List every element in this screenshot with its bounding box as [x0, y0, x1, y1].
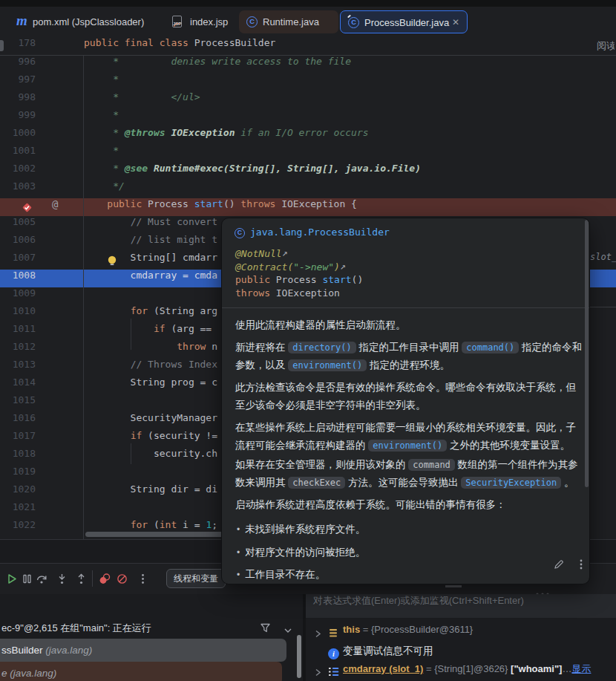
method-separator	[586, 307, 616, 307]
code-token: Process	[142, 198, 194, 209]
tab-label: pom.xml (JspClassloader)	[33, 10, 144, 33]
variable-token: ["whoami"]	[508, 663, 562, 674]
code-chip: checkExec	[288, 477, 345, 489]
variable-text: 变量调试信息不可用	[343, 645, 433, 664]
code-text: String prog = c	[84, 377, 217, 394]
code-chip[interactable]: environment()	[288, 359, 367, 371]
doc-text: 指定的工作目录中调用	[356, 342, 462, 353]
code-token: public	[107, 198, 142, 209]
mute-breakpoints-button[interactable]	[116, 573, 128, 585]
chevron-right-icon[interactable]	[313, 667, 322, 677]
variable-row[interactable]: this = {ProcessBuilder@3611}	[306, 624, 616, 643]
line-number: 997	[1, 74, 36, 91]
line-number: 1002	[1, 163, 36, 180]
frame-list-item[interactable]: ssBuilder (java.lang)	[0, 639, 286, 662]
code-chip[interactable]: environment()	[368, 440, 447, 452]
tab-index[interactable]: JSPindex.jsp	[166, 10, 227, 33]
code-token: IOException	[270, 287, 340, 299]
code-token: (	[148, 519, 160, 530]
thread-label: ec-9"@2,615 在组"main": 正在运行	[1, 618, 254, 638]
watch-input-row[interactable]: 对表达式求值(Enter)或添加监视(Ctrl+Shift+Enter)	[306, 594, 616, 618]
code-token	[148, 163, 154, 174]
code-text: SecurityManager	[84, 412, 217, 430]
chevron-right-icon[interactable]	[313, 628, 322, 638]
annotation-token: "->new"	[293, 261, 334, 273]
code-token: throws	[240, 198, 275, 209]
code-line: 998 * </ul>	[0, 91, 616, 109]
line-number: 1018	[1, 448, 36, 466]
tab-processbuilder[interactable]: CProcessBuilder.java✕	[340, 10, 468, 33]
bullet-dot: •	[237, 524, 240, 535]
variable-row[interactable]: cmdarray (slot_1) = {String[1]@3626} ["w…	[306, 662, 616, 681]
frame-list-item[interactable]: e (java.lang)	[0, 662, 282, 681]
code-token: Process	[270, 274, 322, 285]
code-token: * denies write access to the file	[84, 56, 351, 67]
doc-text: 指定的进程环境。	[367, 359, 450, 371]
annotation-token: @NotNull	[235, 248, 282, 259]
annotation-gutter-icon[interactable]: @	[52, 198, 65, 216]
code-chip[interactable]: command()	[462, 342, 519, 353]
chevron-down-icon[interactable]	[284, 624, 292, 631]
step-over-button[interactable]	[36, 573, 48, 585]
pause-button[interactable]	[21, 573, 33, 585]
doc-text: 。	[561, 477, 574, 488]
bullet-text: 对程序文件的访问被拒绝。	[245, 547, 365, 558]
code-token: @see	[125, 163, 148, 174]
step-out-button[interactable]	[75, 573, 88, 585]
external-link-icon[interactable]: ↗	[340, 261, 346, 272]
bullet-text: 工作目录不存在。	[245, 569, 325, 580]
resume-button[interactable]	[6, 573, 19, 585]
line-number: 1009	[1, 287, 36, 305]
step-into-button[interactable]	[56, 573, 68, 585]
code-token: throws	[235, 287, 270, 299]
code-chip[interactable]: SecurityException	[461, 477, 561, 489]
code-token	[84, 216, 131, 227]
popup-more-icon[interactable]	[575, 558, 587, 570]
variable-token: 显示	[571, 663, 591, 674]
line-number: 996	[1, 56, 36, 74]
tab-threads-variables[interactable]: 线程和变量	[166, 569, 226, 588]
toolbar-more-icon[interactable]	[137, 573, 149, 585]
tab-pom[interactable]: mpom.xml (JspClassloader)	[12, 10, 145, 33]
code-token: ()	[352, 274, 364, 285]
doc-text: 如果存在安全管理器，则使用该对象的	[235, 459, 408, 470]
reading-mode-label[interactable]: 阅读	[597, 37, 615, 55]
popup-edit-icon[interactable]	[553, 558, 565, 570]
variable-row[interactable]: i变量调试信息不可用	[306, 645, 616, 664]
breakpoint-icon[interactable]	[21, 201, 33, 213]
code-text: security.ch	[84, 448, 217, 466]
code-token: start	[322, 274, 351, 285]
code-token: if an I/O error occurs	[235, 127, 369, 138]
line-number: 1013	[1, 359, 36, 377]
code-token: @throws	[125, 127, 166, 138]
line-number: 1008	[1, 270, 36, 287]
thread-row[interactable]: ec-9"@2,615 在组"main": 正在运行	[0, 618, 303, 638]
doc-text: 数来调用其	[235, 477, 288, 488]
code-token: * </ul>	[84, 91, 200, 102]
doc-text: 之外的其他环境变量设置。	[447, 440, 570, 451]
code-token	[84, 198, 107, 209]
frame-name: ssBuilder (java.lang)	[1, 639, 92, 662]
doc-text: 参数，以及	[235, 359, 288, 371]
variable-text: this = {ProcessBuilder@3611}	[343, 624, 473, 643]
code-chip[interactable]: directory()	[288, 342, 355, 353]
frames-scrollbar[interactable]	[297, 635, 301, 678]
view-breakpoints-button[interactable]	[99, 573, 111, 585]
code-token: (String arg	[148, 305, 217, 316]
code-token	[84, 519, 131, 530]
popup-scrollbar[interactable]	[585, 220, 589, 487]
frame-name: e (java.lang)	[1, 662, 56, 681]
code-token: cmdarray = cmda	[84, 270, 217, 281]
code-text: if (arg ==	[84, 323, 217, 341]
external-link-icon[interactable]: ↗	[282, 247, 288, 258]
variable-token: =	[360, 624, 371, 635]
code-token: *	[84, 127, 125, 138]
close-icon[interactable]: ✕	[452, 11, 459, 34]
filter-icon[interactable]	[260, 622, 271, 633]
tab-runtime[interactable]: CRuntime.java	[239, 10, 338, 33]
line-number: 1010	[1, 305, 36, 323]
popup-doc-line: 此方法检查该命令是否是有效的操作系统命令。哪些命令有效取决于系统，但	[235, 379, 576, 396]
object-icon	[328, 628, 338, 639]
code-line: 1002 * @see Runtime#exec(String[], Strin…	[0, 163, 616, 180]
variable-token: =	[423, 663, 434, 674]
